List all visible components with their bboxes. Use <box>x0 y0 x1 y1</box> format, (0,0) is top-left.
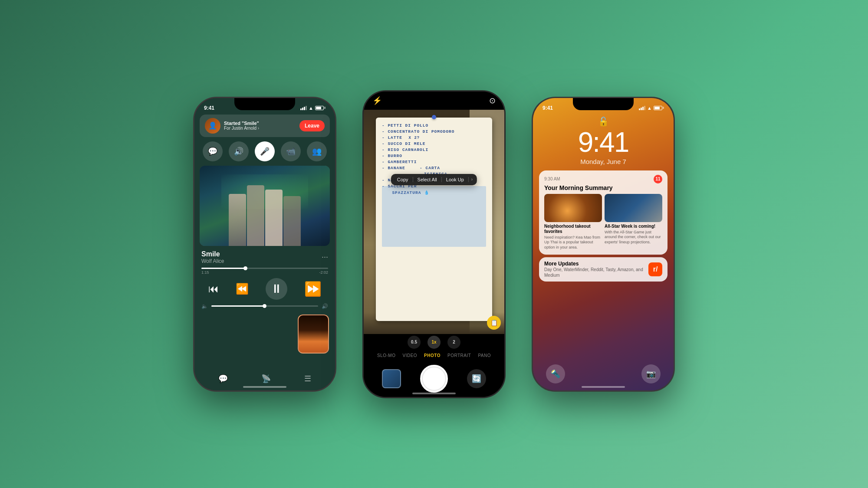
live-text-icon[interactable]: 📋 <box>487 316 501 330</box>
volume-high-icon: 🔊 <box>322 303 328 309</box>
wifi-icon-3: ▲ <box>647 105 652 111</box>
progress-bar[interactable]: 1:15 -2:02 <box>194 267 335 275</box>
volume-low-icon: 🔈 <box>201 303 208 309</box>
phone1-screen: 9:41 ▲ 👤 Started "S <box>194 98 335 390</box>
phone3-screen: 9:41 ▲ 🔓 9:41 Monday, June 7 <box>533 98 674 390</box>
home-indicator <box>243 386 286 388</box>
more-options-button[interactable]: ··· <box>322 252 328 262</box>
mode-pano[interactable]: PANO <box>478 353 491 358</box>
news-image-2 <box>605 194 662 222</box>
notch-2 <box>408 92 460 104</box>
news-headline-2: All-Star Week is coming! <box>605 224 662 229</box>
lock-screen: 🔓 9:41 Monday, June 7 9:30 AM 11 Your Mo… <box>533 113 674 390</box>
shutter-button[interactable] <box>420 365 448 393</box>
album-art <box>200 166 330 246</box>
wifi-icon: ▲ <box>309 105 313 111</box>
volume-track[interactable] <box>211 305 318 307</box>
status-time-1: 9:41 <box>204 105 214 111</box>
camera-circle-icon[interactable]: ⊙ <box>489 96 496 105</box>
queue-icon[interactable]: ☰ <box>304 374 311 383</box>
progress-times: 1:15 -2:02 <box>201 270 328 275</box>
mode-slomo[interactable]: SLO-MO <box>377 353 395 358</box>
more-updates-card[interactable]: More Updates Day One, WaterMinder, Reddi… <box>539 257 667 282</box>
progress-track <box>201 268 328 269</box>
notif-badge: 11 <box>654 175 662 183</box>
news-headline-1: Neighborhood takeout favorites <box>544 224 602 234</box>
flash-icon[interactable]: ⚡ <box>372 96 382 105</box>
zoom-1x-button[interactable]: 1x <box>427 336 441 349</box>
phone-1: 9:41 ▲ 👤 Started "S <box>193 97 336 392</box>
home-indicator-2 <box>412 393 456 394</box>
zoom-2x-button[interactable]: 2 <box>447 336 460 349</box>
album-art-content <box>200 166 330 246</box>
figure-1 <box>229 194 246 246</box>
volume-button[interactable]: 🔊 <box>229 141 249 161</box>
phone-2: ⚡ ⌃ ⊙ - PETTI DI POLLO - CONCENTRATO DI … <box>362 90 506 398</box>
signal-icon <box>300 106 307 110</box>
rewind-button[interactable]: ⏮ <box>208 283 219 295</box>
camera-controls: 🔄 <box>364 360 504 397</box>
news-item-2[interactable]: All-Star Week is coming! With the All-St… <box>605 194 662 250</box>
chat-button[interactable]: 💬 <box>203 141 223 161</box>
text-selection-highlight <box>382 186 486 247</box>
phone-3: 9:41 ▲ 🔓 9:41 Monday, June 7 <box>532 97 675 392</box>
mode-portrait[interactable]: PORTRAIT <box>447 353 471 358</box>
notification-card[interactable]: 9:30 AM 11 Your Morning Summary Neighbor… <box>539 170 667 255</box>
status-icons-3: ▲ <box>639 105 664 111</box>
more-updates-body: Day One, WaterMinder, Reddit, Tasty, Ama… <box>544 267 645 278</box>
fast-forward-button[interactable]: ⏩ <box>304 281 322 297</box>
news-body-2: With the All-Star Game just around the c… <box>605 230 662 245</box>
lock-time: 9:41 <box>533 128 674 156</box>
camera-button[interactable]: 📷 <box>641 364 661 383</box>
lock-date: Monday, June 7 <box>533 158 674 165</box>
leave-button[interactable]: Leave <box>299 120 325 131</box>
video-button[interactable]: 📹 <box>281 141 301 161</box>
signal-icon-3 <box>639 106 645 110</box>
select-all-menu-item[interactable]: Select All <box>413 177 442 182</box>
facetime-text: Started "Smile" For Justin Arnold › <box>224 121 296 131</box>
video-person <box>299 315 328 353</box>
mode-video[interactable]: VIDEO <box>402 353 417 358</box>
shutter-inner <box>423 367 445 390</box>
note-line-2: - CONCENTRATO DI POMODORO <box>382 129 486 134</box>
last-photo-thumbnail[interactable] <box>382 369 401 388</box>
volume-fill <box>211 305 265 307</box>
phones-container: 9:41 ▲ 👤 Started "S <box>193 90 675 398</box>
note-line-1: - PETTI DI POLLO <box>382 123 486 128</box>
flip-camera-button[interactable]: 🔄 <box>467 369 486 388</box>
camera-mode-bar: SLO-MO VIDEO PHOTO PORTRAIT PANO <box>364 350 504 360</box>
facetime-subtitle: For Justin Arnold › <box>224 126 296 131</box>
news-grid: Neighborhood takeout favorites Need insp… <box>544 194 662 250</box>
figure-2 <box>247 185 264 246</box>
airplay-icon[interactable]: 📡 <box>261 374 271 383</box>
notch-3 <box>573 98 634 110</box>
figure-4 <box>283 196 301 246</box>
remaining-time: -2:02 <box>319 270 328 275</box>
rewind-button-2[interactable]: ⏪ <box>236 283 249 295</box>
mode-photo[interactable]: PHOTO <box>424 353 441 358</box>
camera-viewfinder: - PETTI DI POLLO - CONCENTRATO DI POMODO… <box>364 110 504 334</box>
look-up-menu-item[interactable]: Look Up <box>442 177 469 182</box>
band-figures <box>200 166 330 246</box>
lyrics-icon[interactable]: 💬 <box>218 374 228 383</box>
notif-title: Your Morning Summary <box>544 184 662 191</box>
flashlight-button[interactable]: 🔦 <box>546 364 565 383</box>
pause-button[interactable]: ⏸ <box>266 278 287 300</box>
battery-icon <box>315 106 326 110</box>
news-item-1[interactable]: Neighborhood takeout favorites Need insp… <box>544 194 602 250</box>
more-updates-title: More Updates <box>544 261 645 267</box>
status-icons-1: ▲ <box>300 105 326 111</box>
notch <box>234 98 295 110</box>
home-indicator-3 <box>582 386 625 388</box>
song-title: Smile <box>201 250 224 258</box>
song-artist: Wolf Alice <box>201 258 224 264</box>
volume-dot <box>263 304 266 308</box>
battery-icon-3 <box>654 106 664 110</box>
note-line-5: - RISO CARNAROLI <box>382 147 486 152</box>
mic-button[interactable]: 🎤 <box>255 141 275 161</box>
zoom-05x-button[interactable]: 0.5 <box>408 336 421 349</box>
menu-chevron-icon[interactable]: › <box>469 177 475 182</box>
people-button[interactable]: 👥 <box>307 141 327 161</box>
copy-menu-item[interactable]: Copy <box>393 177 413 182</box>
notif-time: 9:30 AM <box>544 177 560 181</box>
